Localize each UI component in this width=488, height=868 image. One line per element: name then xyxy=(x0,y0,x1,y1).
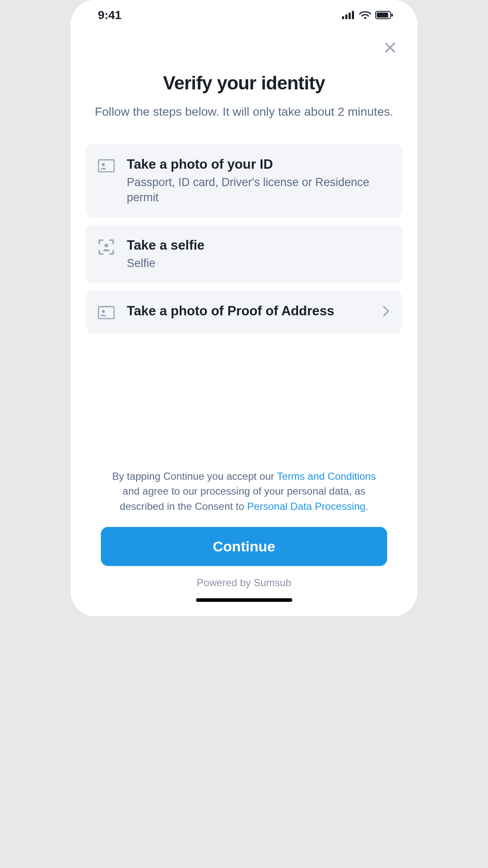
wifi-icon xyxy=(359,11,371,19)
close-row xyxy=(71,30,417,57)
page-subtitle: Follow the steps below. It will only tak… xyxy=(86,103,402,120)
svg-rect-2 xyxy=(349,13,351,19)
chevron-right-icon xyxy=(382,305,390,318)
svg-point-12 xyxy=(104,244,108,248)
consent-part3: . xyxy=(365,501,368,512)
svg-rect-6 xyxy=(377,12,388,17)
step-title: Take a photo of Proof of Address xyxy=(127,302,370,319)
powered-by: Powered by Sumsub xyxy=(101,577,387,589)
step-proof-address[interactable]: Take a photo of Proof of Address xyxy=(86,290,402,333)
step-desc: Selfie xyxy=(127,256,390,271)
step-title: Take a photo of your ID xyxy=(127,156,390,172)
step-selfie[interactable]: Take a selfie Selfie xyxy=(86,225,402,283)
svg-rect-1 xyxy=(345,14,347,19)
step-title: Take a selfie xyxy=(127,236,390,253)
consent-text: By tapping Continue you accept our Terms… xyxy=(101,469,387,514)
step-body: Take a photo of Proof of Address xyxy=(127,302,370,319)
svg-rect-3 xyxy=(352,11,354,19)
svg-point-11 xyxy=(102,163,105,166)
footer: By tapping Continue you accept our Terms… xyxy=(86,469,402,616)
svg-rect-13 xyxy=(98,306,114,318)
step-body: Take a selfie Selfie xyxy=(127,236,390,271)
step-body: Take a photo of your ID Passport, ID car… xyxy=(127,156,390,206)
status-icons xyxy=(342,11,393,19)
data-processing-link[interactable]: Personal Data Processing xyxy=(247,501,365,512)
svg-point-14 xyxy=(102,310,105,313)
svg-rect-10 xyxy=(98,160,114,172)
close-button[interactable] xyxy=(381,39,399,57)
step-desc: Passport, ID card, Driver's license or R… xyxy=(127,175,390,206)
continue-button[interactable]: Continue xyxy=(101,527,387,566)
status-time: 9:41 xyxy=(98,8,121,22)
svg-rect-0 xyxy=(342,16,344,19)
home-indicator[interactable] xyxy=(196,598,292,602)
close-icon xyxy=(384,42,396,55)
consent-part1: By tapping Continue you accept our xyxy=(112,471,277,482)
id-card-icon xyxy=(98,304,115,321)
svg-rect-7 xyxy=(391,14,393,17)
step-list: Take a photo of your ID Passport, ID car… xyxy=(86,144,402,333)
terms-link[interactable]: Terms and Conditions xyxy=(277,471,376,482)
page-title: Verify your identity xyxy=(86,72,402,93)
step-id-photo[interactable]: Take a photo of your ID Passport, ID car… xyxy=(86,144,402,217)
signal-icon xyxy=(342,11,355,19)
selfie-frame-icon xyxy=(98,239,115,256)
screen: 9:41 Verify your identity Follow the ste… xyxy=(71,0,417,616)
svg-point-4 xyxy=(364,17,366,19)
content: Verify your identity Follow the steps be… xyxy=(71,57,417,616)
id-card-icon xyxy=(98,157,115,174)
battery-icon xyxy=(375,11,393,19)
status-bar: 9:41 xyxy=(71,0,417,30)
